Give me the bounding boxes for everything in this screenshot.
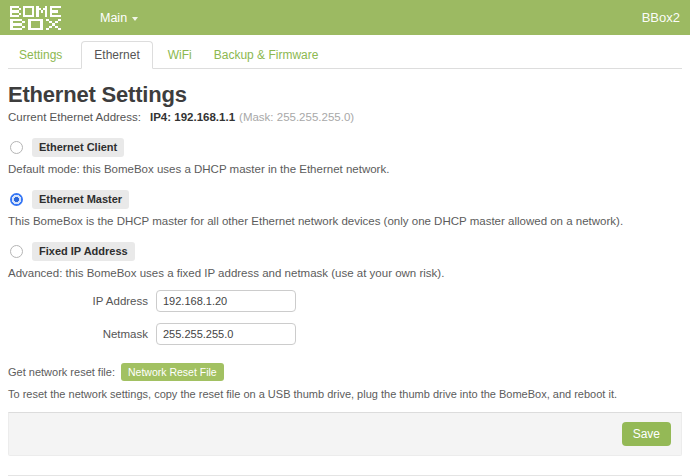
option-ethernet-client-selector[interactable]: Ethernet Client [8,138,682,157]
device-name: BBox2 [642,10,680,25]
network-reset-section: Get network reset file: Network Reset Fi… [8,363,682,401]
tab-wifi[interactable]: WiFi [157,42,203,68]
current-address-label: Current Ethernet Address: [8,111,150,123]
ethernet-client-radio[interactable] [10,141,23,154]
netmask-field[interactable] [156,323,296,345]
main-menu-dropdown[interactable]: Main [100,11,138,25]
network-reset-line: Get network reset file: Network Reset Fi… [8,363,682,382]
option-fixed-ip-selector[interactable]: Fixed IP Address [8,242,682,261]
ethernet-master-description: This BomeBox is the DHCP master for all … [8,215,682,227]
option-fixed-ip: Fixed IP Address Advanced: this BomeBox … [8,242,682,279]
top-bar: Main BBox2 [0,0,690,35]
current-address-row: Current Ethernet Address: IP4: 192.168.1… [8,111,682,123]
ethernet-master-radio[interactable] [10,193,23,206]
current-address-value: IP4: 192.168.1.1 [150,111,235,123]
option-ethernet-master: Ethernet Master This BomeBox is the DHCP… [8,190,682,227]
bomebox-logo [10,6,62,31]
tab-bar: Settings Ethernet WiFi Backup & Firmware [8,41,682,69]
fixed-ip-description: Advanced: this BomeBox uses a fixed IP a… [8,267,682,279]
tab-ethernet[interactable]: Ethernet [81,41,152,69]
page-content: Settings Ethernet WiFi Backup & Firmware… [0,41,690,476]
netmask-label: Netmask [8,328,148,340]
action-bar: Save [8,412,682,456]
current-address-mask: (Mask: 255.255.255.0) [239,111,354,123]
option-ethernet-master-selector[interactable]: Ethernet Master [8,190,682,209]
page-title: Ethernet Settings [8,82,682,108]
fixed-ip-radio[interactable] [10,245,23,258]
netmask-row: Netmask [8,323,682,345]
save-button[interactable]: Save [622,422,671,446]
tab-settings[interactable]: Settings [8,42,73,68]
ip-address-row: IP Address [8,290,682,312]
network-reset-prompt: Get network reset file: [8,366,115,378]
ip-address-label: IP Address [8,295,148,307]
main-menu-label: Main [100,11,127,25]
ethernet-client-description: Default mode: this BomeBox uses a DHCP m… [8,163,682,175]
ip-address-field[interactable] [156,290,296,312]
chevron-down-icon [132,17,138,21]
network-reset-file-button[interactable]: Network Reset File [121,363,224,382]
fixed-ip-label[interactable]: Fixed IP Address [32,242,135,261]
tab-backup-firmware[interactable]: Backup & Firmware [203,42,330,68]
network-reset-instructions: To reset the network settings, copy the … [8,388,682,400]
ethernet-master-label[interactable]: Ethernet Master [32,190,129,209]
fixed-ip-form: IP Address Netmask [8,290,682,345]
ethernet-client-label[interactable]: Ethernet Client [32,138,124,157]
option-ethernet-client: Ethernet Client Default mode: this BomeB… [8,138,682,175]
